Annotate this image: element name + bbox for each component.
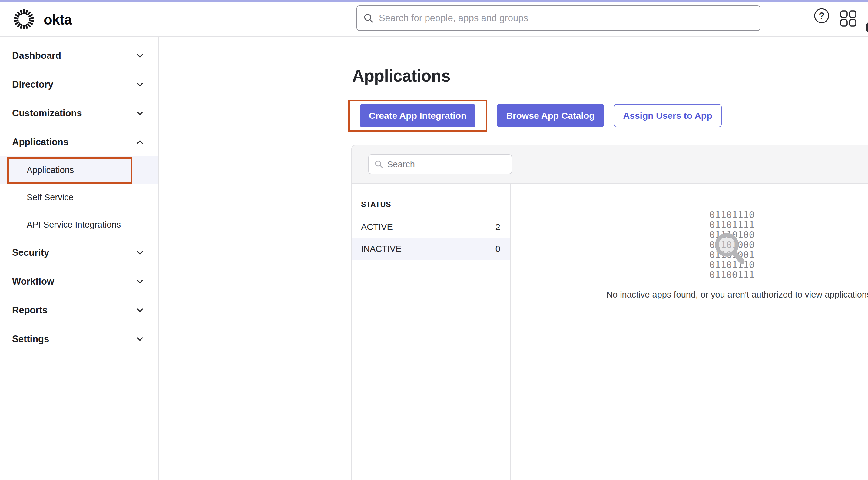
sidebar-item[interactable]: Dashboard — [0, 41, 158, 70]
chevron-icon — [135, 305, 145, 315]
empty-state-message: No inactive apps found, or you aren't au… — [606, 290, 868, 300]
action-button-row: Create App Integration Browse App Catalo… — [348, 100, 722, 131]
action-button-wrap: Assign Users to App — [614, 104, 722, 127]
sidebar-item[interactable]: Directory — [0, 70, 158, 99]
status-filter-list: ACTIVE 2 INACTIVE 0 — [352, 216, 510, 260]
sidebar-item[interactable]: Settings — [0, 325, 158, 353]
page-title: Applications — [352, 66, 451, 86]
apps-search-input[interactable] — [387, 159, 506, 170]
status-filter-header: STATUS — [352, 200, 510, 209]
sidebar-item[interactable]: Security — [0, 238, 158, 267]
user-avatar[interactable] — [866, 21, 868, 34]
sidebar-item-label: Self Service — [27, 192, 73, 203]
action-button[interactable]: Browse App Catalog — [497, 104, 603, 127]
sidebar-item[interactable]: API Service Integrations — [0, 211, 158, 238]
sidebar-item-label: Security — [12, 247, 49, 258]
action-button[interactable]: Assign Users to App — [614, 104, 722, 127]
status-filter-count: 0 — [495, 244, 500, 254]
chevron-icon — [135, 334, 145, 344]
panel-toolbar — [352, 146, 868, 184]
sidebar-item-label: API Service Integrations — [27, 220, 121, 230]
chevron-icon — [135, 248, 145, 258]
action-button-wrap: Create App Integration — [348, 100, 487, 131]
sidebar-item-label: Customizations — [12, 108, 82, 119]
action-button[interactable]: Create App Integration — [360, 104, 475, 127]
status-filter-label: INACTIVE — [361, 244, 402, 254]
action-button-wrap: Browse App Catalog — [497, 104, 603, 127]
global-header: okta ? — [0, 2, 868, 37]
sidebar-item[interactable]: Customizations — [0, 99, 158, 127]
sidebar-item[interactable]: Workflow — [0, 267, 158, 296]
apps-search[interactable] — [368, 154, 512, 174]
chevron-icon — [135, 109, 145, 118]
sidebar-item-label: Workflow — [12, 276, 54, 287]
sidebar-item-label: Settings — [12, 334, 49, 344]
sidebar-item-label: Dashboard — [12, 50, 61, 61]
sidebar-item[interactable]: Self Service — [0, 184, 158, 211]
okta-logo[interactable]: okta — [11, 6, 72, 33]
question-glyph: ? — [819, 10, 825, 21]
okta-wordmark: okta — [43, 11, 72, 28]
brand-accent-strip — [0, 0, 868, 2]
chevron-icon — [135, 277, 145, 287]
status-filter-row[interactable]: INACTIVE 0 — [352, 238, 510, 260]
sidebar-item[interactable]: Applications — [0, 127, 158, 156]
chevron-icon — [135, 80, 145, 89]
panel-body: STATUS ACTIVE 2 INACTIVE 0 — [352, 184, 868, 480]
apps-grid-icon[interactable] — [840, 10, 857, 27]
sidebar-item-label: Applications — [12, 137, 68, 148]
sidebar-nav: Dashboard Directory Customizations Appli… — [0, 37, 159, 480]
sidebar-item-label: Directory — [12, 79, 53, 90]
help-icon[interactable]: ? — [814, 8, 830, 24]
sidebar-item-label: Reports — [12, 305, 48, 316]
chevron-icon — [135, 51, 145, 61]
global-search-input[interactable] — [379, 13, 754, 24]
search-icon — [374, 160, 383, 169]
sidebar-item[interactable]: Applications — [0, 156, 158, 184]
magnifier-icon — [709, 229, 748, 269]
sidebar-item[interactable]: Reports — [0, 296, 158, 325]
sidebar-item-label: Applications — [27, 165, 74, 175]
status-filter-column: STATUS ACTIVE 2 INACTIVE 0 — [352, 184, 510, 480]
chevron-icon — [135, 137, 145, 147]
status-filter-row[interactable]: ACTIVE 2 — [352, 216, 510, 238]
status-filter-label: ACTIVE — [361, 222, 393, 232]
search-icon — [363, 13, 374, 24]
status-filter-count: 2 — [495, 222, 500, 232]
okta-aura-icon — [11, 6, 37, 32]
global-search[interactable] — [356, 5, 761, 31]
results-area: 01101110 01101111 01110100 01101000 0110… — [510, 184, 868, 480]
applications-panel: STATUS ACTIVE 2 INACTIVE 0 — [351, 145, 868, 480]
